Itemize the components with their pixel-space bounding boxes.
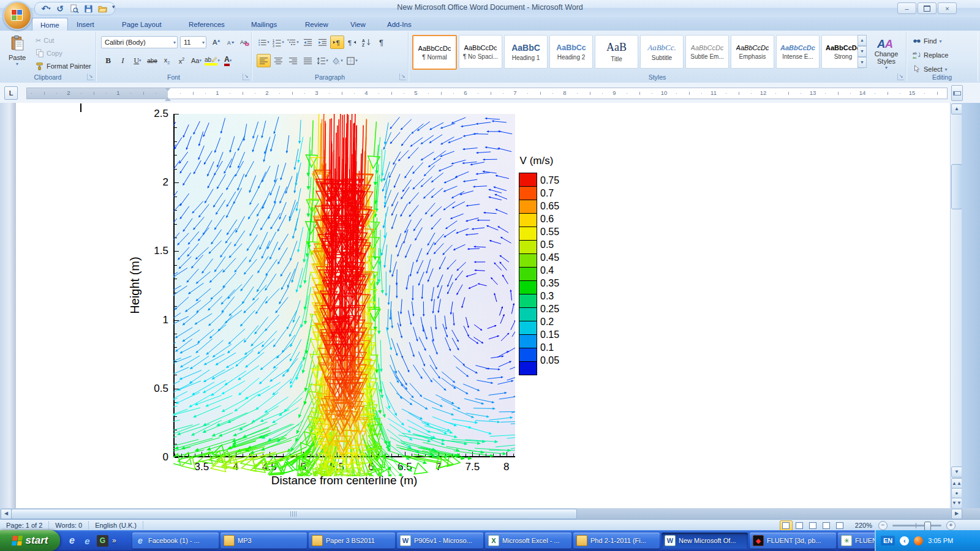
web-layout-view-button[interactable] (807, 520, 820, 531)
horizontal-scrollbar[interactable]: ◀ ▶ (0, 508, 980, 519)
tab-page-layout[interactable]: Page Layout (114, 18, 170, 31)
change-styles-button[interactable]: A A Change Styles ▾ (869, 34, 903, 73)
zoom-slider-thumb[interactable] (924, 522, 931, 531)
language-indicator[interactable]: EN (881, 536, 895, 545)
language-status[interactable]: English (U.K.) (89, 521, 143, 530)
scroll-up-button[interactable]: ▲ (951, 103, 962, 114)
right-to-left-button[interactable]: ¶ (345, 36, 359, 49)
internet-explorer-icon[interactable]: e (66, 535, 78, 547)
copy-button[interactable]: Copy (33, 47, 94, 59)
zoom-in-button[interactable]: + (946, 521, 956, 530)
numbering-button[interactable]: 123▾ (271, 36, 285, 49)
restore-button[interactable] (918, 2, 937, 14)
hanging-indent-marker[interactable] (165, 94, 171, 101)
superscript-button[interactable]: x2 (175, 54, 189, 67)
line-spacing-button[interactable]: ▾ (315, 54, 330, 67)
zoom-slider[interactable] (892, 525, 941, 527)
clipboard-dialog-launcher[interactable]: ↘ (87, 73, 94, 80)
style-heading-2[interactable]: AaBbCcHeading 2 (549, 35, 593, 69)
vertical-scrollbar[interactable]: ▲ ▼ ▲▲ ● ▼▼ (950, 103, 962, 508)
style-intense-e[interactable]: AaBbCcDcIntense E... (776, 35, 820, 69)
tab-references[interactable]: References (181, 18, 233, 31)
style-normal[interactable]: AaBbCcDc¶ Normal (412, 35, 457, 70)
grow-font-button[interactable]: A (209, 36, 224, 49)
font-dialog-launcher[interactable]: ↘ (243, 73, 249, 80)
show-paragraph-marks-button[interactable]: ¶ (374, 36, 388, 49)
taskbar-button-mp3[interactable]: MP3 (221, 533, 307, 549)
zoom-out-button[interactable]: − (878, 521, 888, 530)
office-button[interactable] (3, 1, 32, 30)
bullets-button[interactable]: ▾ (257, 36, 271, 49)
cut-button[interactable]: ✂ Cut (33, 34, 94, 47)
align-right-button[interactable] (286, 54, 300, 67)
view-ruler-toggle-button[interactable] (951, 85, 963, 101)
styles-gallery-expand-button[interactable]: ▼ (858, 57, 867, 68)
decrease-indent-button[interactable] (301, 36, 315, 49)
g-application-icon[interactable]: G (97, 535, 108, 547)
paragraph-dialog-launcher[interactable]: ↘ (399, 73, 406, 80)
left-to-right-button[interactable]: ¶ (330, 36, 344, 49)
sort-button[interactable]: AZ (360, 36, 374, 49)
start-button[interactable]: start (0, 530, 60, 551)
justify-button[interactable] (301, 54, 315, 67)
taskbar-button-p905v1-microso[interactable]: WP905v1 - Microso... (397, 533, 483, 549)
text-highlight-color-button[interactable]: ab🖉▾ (204, 54, 221, 67)
bold-button[interactable]: B (101, 54, 115, 67)
vector-plot-canvas[interactable] (173, 114, 515, 476)
minimize-button[interactable]: – (897, 2, 916, 14)
horizontal-ruler[interactable]: 21123456789101112131415 (26, 88, 948, 99)
taskbar-button-fluent-3d-pb[interactable]: ◆FLUENT [3d, pb... (750, 533, 836, 549)
outline-view-button[interactable] (820, 520, 833, 531)
strikethrough-button[interactable]: abe (145, 54, 159, 67)
find-button[interactable]: Find ▾ (910, 35, 951, 47)
internet-explorer-icon[interactable]: e (81, 535, 93, 547)
taskbar-button-phd-2-1-2011-fi[interactable]: Phd 2-1-2011 (Fi... (573, 533, 660, 549)
tab-stop-selector[interactable]: L (4, 86, 18, 100)
align-left-button[interactable] (257, 54, 271, 67)
tray-app-icon[interactable] (914, 536, 923, 545)
underline-button[interactable]: U▾ (130, 54, 145, 67)
replace-button[interactable]: ab ac Replace (910, 49, 951, 61)
taskbar-button-paper-3-bs2011[interactable]: Paper 3 BS2011 (309, 533, 395, 549)
taskbar-button-microsoft-excel[interactable]: XMicrosoft Excel - ... (485, 533, 571, 549)
hide-tray-icons-button[interactable]: ‹ (900, 536, 909, 545)
scroll-left-button[interactable]: ◀ (1, 509, 12, 519)
taskbar-button-new-microsoft-of[interactable]: WNew Microsoft Of... (662, 533, 748, 549)
full-screen-reading-view-button[interactable] (793, 520, 806, 531)
styles-scroll-down-button[interactable]: ▼ (858, 46, 867, 57)
subscript-button[interactable]: x2 (160, 54, 174, 67)
styles-dialog-launcher[interactable]: ↘ (897, 73, 904, 80)
shading-button[interactable]: ▾ (330, 54, 344, 67)
tab-mailings[interactable]: Mailings (243, 18, 285, 31)
taskbar-button-facebook-1[interactable]: eFacebook (1) - ... (132, 533, 219, 549)
tab-review[interactable]: Review (297, 18, 336, 31)
print-layout-view-button[interactable] (780, 520, 793, 531)
tab-insert[interactable]: Insert (69, 18, 102, 31)
style-heading-1[interactable]: AaBbCHeading 1 (504, 35, 548, 69)
horizontal-scroll-thumb[interactable] (11, 509, 577, 519)
increase-indent-button[interactable] (315, 36, 330, 49)
style-title[interactable]: AaBTitle (595, 35, 638, 69)
close-button[interactable]: × (938, 2, 957, 14)
multilevel-list-button[interactable]: ▾ (286, 36, 300, 49)
next-page-button[interactable]: ▼▼ (951, 498, 962, 509)
quick-launch-overflow-button[interactable]: » (112, 536, 116, 545)
tab-add-ins[interactable]: Add-Ins (379, 18, 420, 31)
style-subtle-em[interactable]: AaBbCcDcSubtle Em... (685, 35, 729, 69)
style-emphasis[interactable]: AaBbCcDcEmphasis (731, 35, 774, 69)
scroll-right-button[interactable]: ▶ (951, 509, 962, 519)
tab-home[interactable]: Home (32, 18, 68, 31)
zoom-level[interactable]: 220% (855, 522, 872, 529)
first-line-indent-marker[interactable] (165, 88, 171, 94)
page-number-status[interactable]: Page: 1 of 2 (0, 521, 49, 530)
italic-button[interactable]: I (116, 54, 130, 67)
font-size-combo[interactable]: 11▾ (180, 36, 206, 48)
format-painter-button[interactable]: Format Painter (33, 60, 94, 72)
shrink-font-button[interactable]: A (224, 36, 238, 49)
scroll-down-button[interactable]: ▼ (951, 467, 962, 478)
style-subtitle[interactable]: AaBbCc.Subtitle (640, 35, 684, 69)
styles-scroll-up-button[interactable]: ▲ (858, 35, 867, 46)
tab-view[interactable]: View (342, 18, 374, 31)
document-page[interactable]: Height (m) Distance from centerline (m) … (16, 103, 950, 508)
paste-button[interactable]: Paste ▾ (3, 34, 31, 73)
